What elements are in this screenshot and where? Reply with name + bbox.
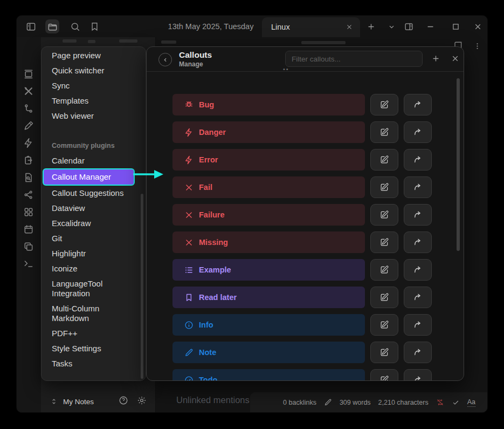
open-callout-button[interactable] (404, 259, 432, 281)
modal-close-icon[interactable] (448, 52, 461, 65)
layout-grid-icon[interactable] (23, 206, 34, 218)
vault-bar[interactable]: My Notes (41, 391, 155, 412)
menu-item-highlightr[interactable]: Highlightr (42, 246, 133, 261)
callout-label: Read later (199, 293, 237, 302)
split-pane-icon[interactable] (402, 20, 415, 33)
tools-icon[interactable] (23, 85, 34, 97)
menu-item-git[interactable]: Git (42, 231, 133, 246)
titlebar: 13th May 2025, Tuesday Linux (17, 16, 487, 37)
menu-item-callout-manager[interactable]: Callout Manager (43, 168, 135, 186)
menu-item-style-settings[interactable]: Style Settings (42, 341, 133, 356)
edit-callout-button[interactable] (370, 259, 398, 281)
callout-label: Fail (199, 183, 212, 192)
callout-label: Danger (199, 128, 226, 137)
saved-check-icon (452, 398, 460, 406)
help-icon[interactable] (119, 396, 128, 407)
open-callout-button[interactable] (404, 176, 432, 198)
edit-callout-button[interactable] (370, 314, 398, 336)
edit-callout-button[interactable] (370, 204, 398, 226)
open-callout-button[interactable] (404, 94, 432, 115)
menu-item-dataview[interactable]: Dataview (42, 201, 133, 216)
edit-callout-button[interactable] (370, 149, 398, 171)
check-circle-icon (184, 376, 194, 382)
sync-error-icon[interactable] (436, 398, 444, 406)
open-callout-button[interactable] (404, 149, 432, 171)
callout-row-note: Note (172, 342, 365, 363)
edit-callout-button[interactable] (370, 342, 398, 363)
menu-item-web-viewer[interactable]: Web viewer (42, 108, 133, 124)
open-callout-button[interactable] (404, 287, 432, 308)
copy-icon[interactable] (23, 241, 34, 253)
callout-row-fail: Fail (172, 176, 365, 198)
menu-item-iconize[interactable]: Iconize (42, 261, 133, 276)
menu-item-quick-switcher[interactable]: Quick switcher (42, 63, 133, 78)
new-tab-icon[interactable] (364, 20, 377, 33)
git-branch-icon[interactable] (23, 103, 34, 114)
menu-item-multi-column-markdown[interactable]: Multi-Column Markdown (42, 301, 133, 326)
menu-item-pdf-[interactable]: PDF++ (42, 326, 133, 341)
open-callout-button[interactable] (404, 121, 432, 143)
scrolled-content-remnant: •• (283, 66, 289, 72)
clipboard-paste-icon[interactable] (23, 154, 34, 166)
search-icon[interactable] (68, 19, 82, 33)
vault-switcher-icon[interactable] (50, 397, 58, 406)
share-icon[interactable] (23, 189, 34, 201)
back-icon[interactable] (158, 53, 172, 66)
open-callout-button[interactable] (404, 231, 432, 253)
tab-linux[interactable]: Linux (262, 17, 360, 37)
callout-row-error: Error (172, 149, 365, 171)
menu-item-sync[interactable]: Sync (42, 78, 133, 93)
open-callout-button[interactable] (404, 314, 432, 336)
format-indicator[interactable]: Aa (467, 398, 475, 407)
settings-gear-icon[interactable] (137, 396, 147, 407)
file-search-icon[interactable] (23, 172, 34, 183)
backlinks-count[interactable]: 0 backlinks (283, 399, 316, 406)
open-callout-button[interactable] (404, 342, 432, 363)
tab-close-icon[interactable] (344, 22, 355, 32)
add-callout-icon[interactable] (429, 52, 442, 65)
menu-item-calendar[interactable]: Calendar (42, 153, 133, 168)
zap-icon[interactable] (23, 137, 34, 149)
menu-item-templates[interactable]: Templates (42, 93, 133, 108)
word-count[interactable]: 309 words (340, 399, 371, 406)
modal-title: Callouts (179, 50, 212, 60)
calendar-icon[interactable] (23, 223, 34, 235)
tab-date-title[interactable]: 13th May 2025, Tuesday (154, 16, 267, 37)
window-close-icon[interactable] (471, 20, 484, 33)
bookmark-icon[interactable] (87, 19, 101, 33)
open-callout-button[interactable] (404, 369, 432, 381)
edit-callout-button[interactable] (370, 121, 398, 143)
menu-item-callout-suggestions[interactable]: Callout Suggestions (42, 186, 133, 201)
edit-mode-pencil-icon[interactable] (324, 398, 332, 406)
menu-scrollbar[interactable] (141, 194, 143, 379)
maximize-icon[interactable] (449, 20, 462, 33)
edit-callout-button[interactable] (370, 94, 398, 115)
terminal-icon[interactable] (23, 258, 34, 270)
modal-scrollbar[interactable] (457, 78, 460, 251)
open-callout-button[interactable] (404, 204, 432, 226)
edit-callout-button[interactable] (370, 369, 398, 381)
menu-item-excalidraw[interactable]: Excalidraw (42, 216, 133, 231)
info-icon (184, 321, 194, 330)
callout-row-read-later: Read later (172, 287, 365, 308)
character-count[interactable]: 2,210 characters (378, 399, 429, 406)
edit-callout-button[interactable] (370, 287, 398, 308)
gallery-vertical-icon[interactable] (23, 68, 34, 80)
pen-icon[interactable] (23, 120, 34, 132)
x-icon (184, 210, 194, 220)
menu-item-languagetool-integration[interactable]: LanguageTool Integration (42, 276, 133, 301)
bg-toolbar-remnant (119, 39, 137, 43)
menu-section-header: Community plugins (42, 138, 146, 153)
filter-callouts-input[interactable] (285, 51, 423, 67)
bg-note-title-remnant (161, 40, 176, 44)
minimize-icon[interactable] (424, 20, 437, 33)
callout-label: Error (199, 155, 218, 164)
edit-callout-button[interactable] (370, 231, 398, 253)
tab-list-chevron-icon[interactable] (385, 20, 398, 33)
edit-callout-button[interactable] (370, 176, 398, 198)
menu-item-page-preview[interactable]: Page preview (42, 48, 133, 63)
menu-item-tasks[interactable]: Tasks (42, 356, 133, 371)
folder-icon[interactable] (45, 19, 59, 33)
more-options-icon[interactable] (473, 42, 482, 53)
sidebar-toggle-icon[interactable] (24, 19, 38, 33)
